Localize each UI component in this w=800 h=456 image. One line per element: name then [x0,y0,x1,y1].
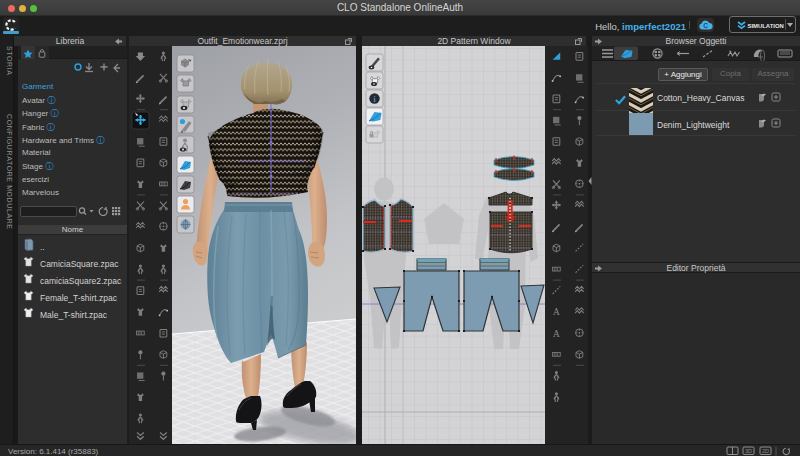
svg-text:3D: 3D [745,448,752,454]
svg-text:2D: 2D [762,448,769,454]
svg-text:C: C [703,22,708,29]
